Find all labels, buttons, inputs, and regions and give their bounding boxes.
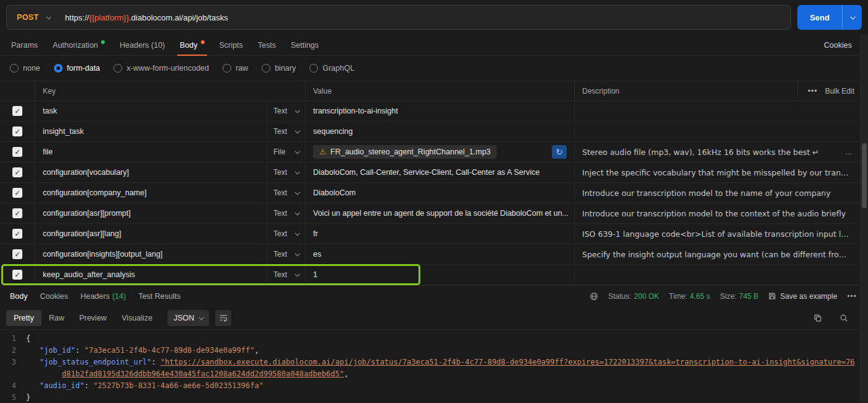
row-key[interactable]: configuration[vocabulary]	[35, 162, 267, 182]
cookies-link[interactable]: Cookies	[819, 41, 857, 50]
value-text: transcription-to-ai-insight	[313, 107, 398, 115]
row-key[interactable]: configuration[asr][prompt]	[35, 203, 267, 223]
row-checkbox-checked[interactable]: ✓	[12, 229, 22, 239]
request-tab-params[interactable]: Params	[4, 35, 45, 55]
size-badge: Size:745 B	[720, 292, 758, 301]
row-type-select[interactable]: Text	[267, 265, 305, 285]
row-description[interactable]	[574, 122, 859, 141]
response-tab-headers[interactable]: Headers(14)	[74, 286, 132, 306]
request-tab-tests[interactable]: Tests	[250, 35, 283, 55]
row-key[interactable]: file	[35, 142, 267, 162]
row-key[interactable]: configuration[insights][output_lang]	[35, 244, 267, 264]
line-number: 5	[0, 392, 26, 403]
form-data-rows: ✓taskTexttranscription-to-ai-insight✓ins…	[0, 101, 859, 285]
row-checkbox-checked[interactable]: ✓	[12, 188, 22, 198]
search-icon[interactable]	[836, 310, 852, 326]
row-key[interactable]: task	[35, 101, 267, 121]
page-scrollbar[interactable]	[860, 35, 868, 403]
response-tab-test-results[interactable]: Test Results	[132, 286, 187, 306]
code-token: {	[26, 334, 30, 343]
send-options-button[interactable]	[842, 5, 862, 30]
response-view-preview[interactable]: Preview	[72, 310, 114, 326]
row-key[interactable]: configuration[asr][lang]	[35, 224, 267, 244]
body-type-graphql[interactable]: GraphQL	[309, 64, 354, 73]
request-tab-body[interactable]: Body	[172, 35, 212, 55]
checkbox-cell: ✓	[0, 183, 35, 203]
row-description[interactable]: Inject the specific vocabulary that migh…	[574, 162, 859, 182]
method-select[interactable]: POST	[7, 6, 60, 29]
row-checkbox-checked[interactable]: ✓	[12, 270, 22, 280]
url-prefix: https://	[65, 13, 89, 22]
row-value[interactable]: sequencing	[305, 122, 574, 141]
response-code[interactable]: 1{2 "job_id": "7a3eca51-2f4b-4c77-89d8-d…	[0, 330, 868, 403]
row-checkbox-checked[interactable]: ✓	[12, 208, 22, 218]
table-row: ✓configuration[vocabulary]TextDiaboloCom…	[0, 162, 859, 183]
row-description[interactable]: Introduce our transcription model to the…	[574, 183, 859, 203]
send-button[interactable]: Send	[797, 5, 842, 30]
row-checkbox-checked[interactable]: ✓	[12, 167, 22, 177]
row-type-select[interactable]: Text	[267, 162, 305, 182]
more-options-icon[interactable]: •••	[847, 292, 857, 301]
globe-icon[interactable]	[590, 292, 598, 301]
copy-icon[interactable]	[810, 310, 826, 326]
row-type-select[interactable]: File	[267, 142, 305, 162]
row-value[interactable]: DiaboloCom, Call-Center, Service-Client,…	[305, 162, 574, 182]
row-value[interactable]: transcription-to-ai-insight	[305, 101, 574, 121]
row-type-select[interactable]: Text	[267, 122, 305, 141]
save-as-example-button[interactable]: Save as example	[768, 292, 837, 301]
more-options-icon[interactable]: •••	[808, 87, 818, 95]
row-value[interactable]: 1	[305, 265, 574, 285]
request-tab-authorization[interactable]: Authorization	[45, 35, 112, 55]
body-type-form-data[interactable]: form-data	[54, 64, 100, 73]
response-view-raw[interactable]: Raw	[42, 310, 72, 326]
body-type-none[interactable]: none	[10, 64, 40, 73]
row-description[interactable]	[574, 265, 859, 285]
row-checkbox-checked[interactable]: ✓	[12, 249, 22, 259]
request-tab-headers-10[interactable]: Headers (10)	[112, 35, 172, 55]
body-type-raw[interactable]: raw	[223, 64, 248, 73]
row-description[interactable]: ISO 639-1 language code<br>List of avail…	[574, 224, 859, 244]
body-type-binary[interactable]: binary	[262, 64, 296, 73]
wrap-text-icon[interactable]	[215, 310, 231, 326]
row-type-select[interactable]: Text	[267, 101, 305, 121]
response-tab-body[interactable]: Body	[4, 286, 34, 306]
request-tab-scripts[interactable]: Scripts	[212, 35, 250, 55]
description-text: Stereo audio file (mp3, wav), 16kHz 16 b…	[582, 148, 819, 157]
row-checkbox-checked[interactable]: ✓	[12, 106, 22, 116]
url-input[interactable]: https://{{platform}}.diabolocom.ai/api/j…	[60, 13, 791, 22]
refresh-icon[interactable]: ↻	[552, 145, 567, 159]
table-row: ✓taskTexttranscription-to-ai-insight	[0, 101, 859, 122]
row-value[interactable]: ⚠FR_audio_stereo_agent_RightChannel_1.mp…	[305, 142, 574, 162]
bulk-edit-button[interactable]: Bulk Edit	[825, 87, 854, 95]
tab-label: Test Results	[138, 292, 180, 301]
row-key[interactable]: insight_task	[35, 122, 267, 141]
response-view-pretty[interactable]: Pretty	[6, 310, 42, 326]
row-checkbox-checked[interactable]: ✓	[12, 126, 22, 136]
row-type-select[interactable]: Text	[267, 183, 305, 203]
row-type-select[interactable]: Text	[267, 203, 305, 223]
format-select[interactable]: JSON	[167, 310, 209, 326]
request-tab-settings[interactable]: Settings	[283, 35, 326, 55]
row-key[interactable]: keep_audio_after_analysis	[35, 265, 267, 285]
code-content: "job_id": "7a3eca51-2f4b-4c77-89d8-de934…	[26, 345, 857, 356]
row-description[interactable]: Introduce our transcription model to the…	[574, 203, 859, 223]
row-type-select[interactable]: Text	[267, 224, 305, 244]
status-value: 200 OK	[634, 292, 659, 301]
row-value[interactable]: Voici un appel entre un agent de support…	[305, 203, 574, 223]
row-description[interactable]: Stereo audio file (mp3, wav), 16kHz 16 b…	[574, 142, 859, 162]
row-value[interactable]: es	[305, 244, 574, 264]
body-type-x-www-form-urlencoded[interactable]: x-www-form-urlencoded	[113, 64, 209, 73]
scrollbar-thumb[interactable]	[862, 143, 867, 208]
row-value[interactable]: DiaboloCom	[305, 183, 574, 203]
response-view-visualize[interactable]: Visualize	[114, 310, 160, 326]
row-checkbox-checked[interactable]: ✓	[12, 147, 22, 157]
row-key[interactable]: configuration[company_name]	[35, 183, 267, 203]
row-value[interactable]: fr	[305, 224, 574, 244]
response-tab-cookies[interactable]: Cookies	[34, 286, 74, 306]
row-description[interactable]	[574, 101, 859, 121]
endpoint-link[interactable]: "https://sandbox.execute.diabolocom.ai/a…	[62, 358, 855, 378]
response-toolbar: PrettyRawPreviewVisualize JSON	[0, 306, 868, 330]
row-description[interactable]: Specify the insight output language you …	[574, 244, 859, 264]
row-type-select[interactable]: Text	[267, 244, 305, 264]
more-options-icon[interactable]: ...	[841, 148, 852, 156]
